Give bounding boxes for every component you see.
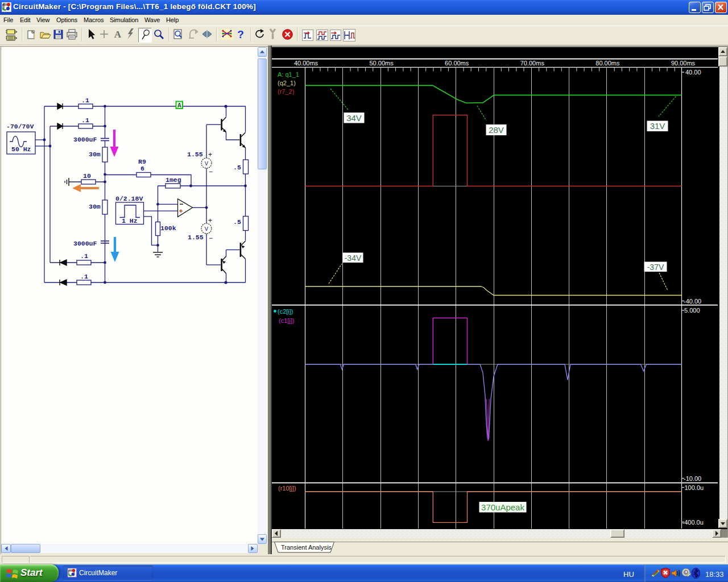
svg-text:A: A (114, 29, 122, 40)
svg-text:80.00ms: 80.00ms (595, 60, 620, 66)
svg-text:?: ? (237, 28, 244, 40)
svg-text:-10.00: -10.00 (684, 475, 701, 482)
svg-text:3000uF: 3000uF (73, 240, 97, 247)
svg-text:A: q1_1: A: q1_1 (278, 71, 299, 78)
svg-text:+: + (208, 217, 212, 225)
svg-text:60.00ms: 60.00ms (445, 60, 469, 66)
svg-text:(r7_2): (r7_2) (278, 88, 294, 95)
svg-text:V: V (205, 160, 209, 167)
svg-text:.5: .5 (233, 164, 241, 171)
svg-text:-34V: -34V (345, 253, 362, 263)
svg-text:.1: .1 (81, 97, 89, 104)
svg-text:30m: 30m (89, 151, 101, 158)
svg-text:6: 6 (140, 165, 144, 172)
svg-text:34V: 34V (346, 113, 362, 123)
svg-text:−: − (209, 168, 213, 176)
svg-text:A: A (177, 102, 181, 109)
svg-text:1 Hz: 1 Hz (122, 217, 138, 225)
svg-text:40.00ms: 40.00ms (294, 60, 318, 66)
svg-text:−: − (209, 234, 213, 242)
svg-text:100k: 100k (160, 225, 176, 232)
svg-text:5.000: 5.000 (684, 307, 700, 314)
svg-text:10: 10 (83, 172, 91, 180)
svg-text:(r10[j]): (r10[j]) (278, 485, 296, 492)
svg-text:.1: .1 (80, 252, 88, 260)
svg-text:70.00ms: 70.00ms (520, 60, 545, 66)
svg-text:1.55: 1.55 (188, 234, 204, 241)
svg-text:50.00ms: 50.00ms (369, 60, 394, 66)
svg-text:-37V: -37V (647, 263, 664, 272)
svg-text:90.00ms: 90.00ms (671, 60, 696, 66)
svg-text:1.55: 1.55 (187, 151, 203, 158)
svg-text:.5: .5 (233, 218, 241, 226)
svg-text:50 Hz: 50 Hz (11, 146, 31, 153)
svg-text:100.0u: 100.0u (685, 484, 704, 491)
svg-text:31V: 31V (650, 121, 665, 131)
svg-text:Transient Analysis: Transient Analysis (281, 544, 332, 551)
svg-text:3000uF: 3000uF (73, 136, 97, 143)
svg-text:-70/70V: -70/70V (6, 123, 34, 130)
svg-text:1meg: 1meg (166, 176, 181, 184)
svg-text:(q2_1): (q2_1) (278, 80, 296, 86)
svg-text:(c1[j]): (c1[j]) (279, 317, 295, 324)
svg-text:V: V (205, 226, 209, 232)
svg-text:30m: 30m (89, 203, 101, 210)
svg-text:-40.00: -40.00 (684, 298, 701, 305)
svg-text:0/2.18V: 0/2.18V (115, 195, 143, 202)
svg-text:-400.0u: -400.0u (682, 519, 704, 526)
svg-text:+: + (208, 151, 212, 159)
svg-text:(c2[i]): (c2[i]) (278, 308, 293, 315)
svg-text:28V: 28V (489, 125, 504, 135)
svg-text:370uApeak: 370uApeak (481, 502, 524, 512)
svg-text:.1: .1 (80, 273, 88, 280)
svg-text:.1: .1 (81, 117, 89, 124)
svg-text:40.00: 40.00 (685, 69, 701, 76)
